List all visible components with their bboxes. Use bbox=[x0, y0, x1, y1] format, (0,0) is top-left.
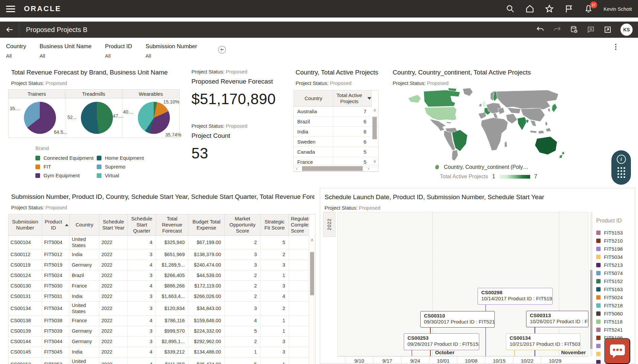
vertical-scrollbar[interactable]: ∧ ∨ bbox=[309, 236, 315, 364]
legend-item[interactable]: FIT5218 bbox=[596, 301, 635, 309]
home-icon[interactable] bbox=[525, 4, 534, 13]
add-filter-icon[interactable] bbox=[218, 46, 226, 54]
column-header-country[interactable]: Country bbox=[294, 90, 333, 107]
column-header-budget-total-expense[interactable]: Budget Total Expense bbox=[188, 214, 225, 236]
export-icon[interactable] bbox=[604, 26, 612, 34]
chat-icon[interactable] bbox=[604, 338, 630, 364]
user-name[interactable]: Kevin Schott bbox=[604, 6, 632, 12]
filter-business-unit-name[interactable]: Business Unit Name All bbox=[40, 43, 92, 65]
legend-item[interactable]: FIT5118 bbox=[596, 317, 635, 326]
vertical-scrollbar[interactable]: ∧ ∨ bbox=[371, 107, 378, 164]
undo-icon[interactable] bbox=[536, 26, 544, 34]
budget-cell: $34,843.00 bbox=[188, 302, 225, 315]
pie-chart-treadmills[interactable] bbox=[81, 102, 113, 134]
table-row[interactable]: CS00145 FIT5045 India 2022 4 $339,212 $1… bbox=[8, 347, 315, 358]
legend-item[interactable]: Supremo bbox=[97, 164, 168, 170]
legend-item[interactable]: FIT5213 bbox=[596, 261, 635, 269]
scroll-up-icon[interactable]: ∧ bbox=[371, 108, 378, 113]
legend-swatch bbox=[596, 360, 601, 364]
legend-item[interactable]: FIT5074 bbox=[596, 269, 635, 277]
table-row[interactable]: CS00131 FIT5031 India 2022 3 $1,663,4...… bbox=[8, 291, 315, 302]
scrollbar-thumb[interactable] bbox=[310, 252, 314, 295]
legend-item[interactable]: Connected Equipment bbox=[35, 155, 97, 161]
table-row[interactable]: India 6 bbox=[294, 127, 378, 137]
back-arrow-icon[interactable] bbox=[5, 25, 14, 34]
refresh-data-icon[interactable] bbox=[570, 26, 578, 34]
scroll-up-icon[interactable]: ∧ bbox=[309, 237, 315, 242]
horizontal-scrollbar[interactable]: ‹ › bbox=[294, 165, 378, 172]
column-header-strategic-fit-score[interactable]: Strategic Fit Score bbox=[261, 214, 289, 236]
table-row[interactable]: Canada 5 bbox=[294, 147, 378, 157]
legend-item[interactable]: FIT5210 bbox=[596, 237, 635, 245]
table-row[interactable]: CS00104 FIT5004 United States 2022 4 $32… bbox=[8, 236, 315, 249]
legend-item[interactable]: Home Equipment bbox=[97, 155, 168, 161]
quarter-cell: 3 bbox=[128, 337, 156, 347]
column-header-total-active-projects[interactable]: Total Active Projects bbox=[333, 90, 372, 107]
pie-chart-wearables[interactable] bbox=[138, 102, 170, 134]
event-callout-cs00310[interactable]: CS00310 09/30/2017 Product ID : FIT5210 bbox=[420, 311, 495, 328]
avatar[interactable]: KS bbox=[620, 24, 633, 36]
table-row[interactable]: CS00138 FIT5038 France 2022 4 $786,116 $… bbox=[8, 316, 315, 326]
column-header-total-revenue-forecast[interactable]: Total Revenue Forecast bbox=[156, 214, 188, 236]
table-row[interactable]: CS00130 FIT5030 France 2022 4 $886,266 $… bbox=[8, 281, 315, 291]
table-row[interactable]: Australia 7 bbox=[294, 107, 378, 117]
table-row[interactable]: CS00119 FIT5019 Germany 2022 4 $1,289,5.… bbox=[8, 260, 315, 270]
page-title: Proposed Projects B bbox=[26, 26, 87, 34]
legend-item[interactable]: Gym Equipment bbox=[35, 173, 97, 178]
legend-item[interactable]: FIT5060 bbox=[596, 309, 635, 317]
event-callout-cs00298[interactable]: CS00298 10/14/2017 Product ID : FIT5198 bbox=[478, 288, 553, 305]
comments-icon[interactable] bbox=[587, 26, 595, 34]
choropleth-world-map[interactable] bbox=[406, 88, 575, 161]
flag-icon[interactable] bbox=[565, 4, 573, 13]
filter-country[interactable]: Country All bbox=[6, 43, 26, 65]
legend-item[interactable]: FIT5153 bbox=[596, 229, 635, 237]
table-row[interactable]: CS00144 FIT5044 Germany 2022 3 $2,895,1.… bbox=[8, 337, 315, 347]
column-header-submission-number[interactable]: Submission Number bbox=[8, 214, 42, 236]
filter-product-id[interactable]: Product ID All bbox=[105, 43, 132, 65]
column-header-product-id[interactable]: Product ID bbox=[42, 214, 70, 236]
legend-item[interactable]: Virtual bbox=[97, 173, 168, 178]
search-icon[interactable] bbox=[506, 4, 515, 13]
scroll-right-icon[interactable]: › bbox=[368, 166, 369, 171]
notifications-bell-icon[interactable]: 37 bbox=[584, 4, 593, 13]
menu-icon[interactable] bbox=[6, 6, 15, 12]
column-header-schedule-start-quarter[interactable]: Schedule Start Quarter bbox=[128, 214, 156, 236]
table-row[interactable]: Brazil 6 bbox=[294, 117, 378, 127]
table-row[interactable]: CS00139 FIT5039 Germany 2022 3 $999,570 … bbox=[8, 326, 315, 337]
info-icon[interactable]: i bbox=[617, 155, 626, 164]
column-header-regulatory-complexity-score[interactable]: Regulatory Complexity Score bbox=[289, 214, 309, 236]
filter-submission-number[interactable]: Submission Number All bbox=[146, 43, 197, 65]
scroll-left-icon[interactable]: ‹ bbox=[296, 166, 298, 171]
legend-item[interactable]: FIT5198 bbox=[596, 245, 635, 253]
table-row[interactable]: CS00153 FIT5053 United States 2022 4 $11… bbox=[8, 358, 315, 364]
budget-cell: $159,646.00 bbox=[188, 316, 225, 326]
column-header-schedule-start-year[interactable]: Schedule Start Year bbox=[99, 214, 128, 236]
event-callout-cs00313[interactable]: CS00313 10/26/2017 Product ID : FIT5213 bbox=[526, 311, 588, 327]
scroll-down-icon[interactable]: ∨ bbox=[371, 159, 378, 164]
favorites-star-icon[interactable] bbox=[545, 4, 554, 13]
legend-item[interactable]: FIT5152 bbox=[596, 277, 635, 285]
more-options-kebab-icon[interactable] bbox=[612, 44, 619, 53]
event-callout-cs00134[interactable]: CS00134 10/21/2017 Product ID : FIT5034 bbox=[506, 333, 580, 350]
legend-item[interactable]: FIT5024 bbox=[596, 293, 635, 301]
redo-icon[interactable] bbox=[553, 26, 561, 34]
chart-scrollbar-thumb[interactable] bbox=[590, 270, 593, 349]
table-row[interactable]: CS00134 FIT5034 United States 2022 3 $12… bbox=[8, 302, 315, 315]
table-row[interactable]: CS00112 FIT5012 India 2022 3 $651,969 $1… bbox=[8, 249, 315, 260]
dots-grid-icon[interactable] bbox=[617, 167, 625, 178]
scrollbar-thumb[interactable] bbox=[372, 117, 377, 139]
quarter-cell: 3 bbox=[128, 302, 156, 315]
submission-cell: CS00145 bbox=[8, 347, 42, 357]
country-cell: Australia bbox=[294, 107, 333, 116]
event-callout-cs00253[interactable]: CS00253 09/26/2017 Product ID : FIT5153 bbox=[404, 333, 479, 350]
legend-item[interactable]: FIT5034 bbox=[596, 253, 635, 261]
pie-chart-trainers[interactable] bbox=[24, 102, 56, 134]
table-row[interactable]: CS00124 FIT5024 Brazil 2022 3 $266,405 $… bbox=[8, 270, 315, 281]
column-header-country[interactable]: Country bbox=[70, 214, 99, 236]
table-row[interactable]: Sweden 6 bbox=[294, 137, 378, 147]
scrollbar-thumb[interactable] bbox=[302, 166, 363, 171]
legend-item[interactable]: FIT5163 bbox=[596, 285, 635, 293]
legend-item[interactable]: FIT bbox=[35, 164, 97, 170]
legend-item[interactable]: FIT5241 bbox=[596, 326, 635, 334]
column-header-market-opportunity-score[interactable]: Market Opportunity Score bbox=[225, 214, 261, 236]
